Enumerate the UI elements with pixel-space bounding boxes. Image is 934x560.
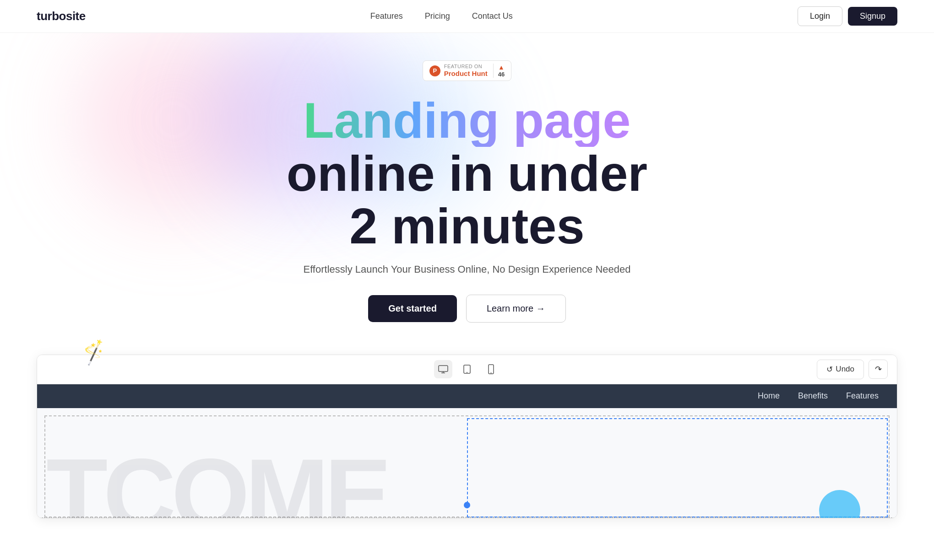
editor-preview: Home Benefits Features TCOME (37, 384, 897, 518)
hero-heading: Landing page online in under 2 minutes (287, 94, 647, 253)
nav-links: Features Pricing Contact Us (370, 11, 513, 21)
editor-toolbar: ↺ Undo ↷ (37, 355, 897, 384)
undo-icon: ↺ (826, 365, 833, 374)
product-hunt-text: FEATURED ON Product Hunt (444, 64, 488, 78)
site-logo: turbosite (37, 9, 86, 23)
svg-point-4 (467, 372, 467, 373)
product-hunt-badge[interactable]: P FEATURED ON Product Hunt ▲ 46 (423, 60, 511, 81)
ph-number: 46 (498, 71, 505, 78)
mobile-view-button[interactable] (482, 360, 500, 378)
navbar: turbosite Features Pricing Contact Us Lo… (0, 0, 934, 33)
undo-label: Undo (836, 365, 854, 374)
nav-features[interactable]: Features (370, 11, 403, 21)
login-button[interactable]: Login (798, 6, 842, 26)
hero-subtitle: Effortlessly Launch Your Business Online… (303, 264, 630, 275)
bg-blob-pink (37, 33, 311, 234)
get-started-button[interactable]: Get started (368, 295, 457, 322)
nav-contact[interactable]: Contact Us (472, 11, 513, 21)
ph-small-label: FEATURED ON (444, 64, 488, 70)
ph-arrow-icon: ▲ (498, 64, 505, 71)
hero-cta: Get started Learn more → (368, 295, 565, 323)
preview-big-text: TCOME (46, 444, 387, 518)
preview-content-area: TCOME (37, 408, 897, 518)
editor-section: 🪄 (0, 355, 934, 518)
hero-heading-line3: 2 minutes (287, 199, 647, 253)
ph-score: ▲ 46 (493, 64, 505, 78)
svg-point-6 (490, 372, 491, 373)
undo-button[interactable]: ↺ Undo (817, 360, 864, 379)
selection-anchor-dot (464, 502, 470, 508)
hero-section: P FEATURED ON Product Hunt ▲ 46 Landing … (0, 33, 934, 355)
redo-button[interactable]: ↷ (869, 360, 888, 379)
preview-navbar: Home Benefits Features (37, 384, 897, 408)
svg-rect-0 (439, 366, 448, 372)
preview-nav-benefits: Benefits (798, 391, 828, 401)
learn-more-button[interactable]: Learn more → (466, 295, 566, 323)
product-hunt-icon: P (429, 65, 440, 76)
signup-button[interactable]: Signup (848, 7, 897, 26)
ph-brand-label: Product Hunt (444, 70, 488, 78)
toolbar-center (434, 360, 500, 378)
preview-nav-home: Home (758, 391, 780, 401)
tablet-view-button[interactable] (458, 360, 476, 378)
toolbar-right: ↺ Undo ↷ (500, 360, 888, 379)
preview-nav-features: Features (846, 391, 879, 401)
desktop-view-button[interactable] (434, 360, 452, 378)
redo-icon: ↷ (875, 364, 882, 374)
editor-container: ↺ Undo ↷ Home Benefits Features (37, 355, 897, 518)
hero-heading-line2: online in under (287, 147, 647, 200)
hero-heading-line1: Landing page (287, 94, 647, 147)
nav-pricing[interactable]: Pricing (425, 11, 450, 21)
nav-actions: Login Signup (798, 6, 897, 26)
